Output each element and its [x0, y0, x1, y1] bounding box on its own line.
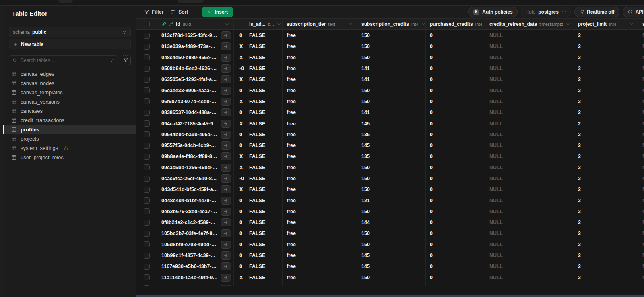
cell-su[interactable]: NU: [638, 129, 644, 140]
sidebar-item-profiles[interactable]: profiles: [4, 125, 136, 134]
cell-credits_refresh_date[interactable]: NULL: [485, 63, 574, 74]
cell-clipped[interactable]: X: [234, 118, 245, 129]
cell-is_admin[interactable]: FALSE: [245, 151, 283, 162]
cell-id[interactable]: 09557f5a-0dcb-4cb9-a6fb-fff366...: [157, 140, 234, 151]
row-checkbox[interactable]: [144, 110, 150, 116]
cell-id[interactable]: 013cf78d-1625-43fc-9961-442189...: [157, 30, 234, 41]
row-checkbox[interactable]: [144, 241, 150, 247]
column-header-purchased_credits[interactable]: purchased_creditsint4: [426, 19, 485, 29]
cell-id[interactable]: 0508b94b-5ee2-4626-bca1-4bca...: [157, 63, 234, 74]
cell-id[interactable]: 105bc3b7-03fe-4e7f-9efa-21bb40...: [157, 228, 234, 239]
cell-subscription_tier[interactable]: free: [283, 250, 357, 261]
cell-subscription_tier[interactable]: free: [283, 261, 357, 272]
cell-id[interactable]: 11a114cb-1a4c-49f4-9b28-52219ec...: [157, 272, 234, 283]
cell-clipped[interactable]: 0: [234, 217, 245, 228]
cell-subscription_credits[interactable]: 135: [357, 151, 426, 162]
cell-subscription_credits[interactable]: 145: [357, 140, 426, 151]
cell-credits_refresh_date[interactable]: NULL: [485, 272, 574, 283]
cell-purchased_credits[interactable]: 0: [426, 85, 485, 96]
cell-su[interactable]: NU: [638, 52, 644, 63]
cell-credits_refresh_date[interactable]: NULL: [485, 261, 574, 272]
cell-su[interactable]: NU: [638, 74, 644, 85]
cell-is_admin[interactable]: FALSE: [245, 63, 283, 74]
cell-project_limit[interactable]: 2: [574, 30, 638, 41]
cell-id[interactable]: 013e039a-fd89-473a-a3c6-ccfa9...: [157, 41, 234, 52]
cell-credits_refresh_date[interactable]: NULL: [485, 107, 574, 118]
cell-is_admin[interactable]: FALSE: [245, 41, 283, 52]
cell-subscription_tier[interactable]: free: [283, 162, 357, 173]
row-checkbox[interactable]: [144, 264, 150, 270]
cell-id[interactable]: 06eaee33-8905-4aaa-b121-ab552...: [157, 85, 234, 96]
cell-subscription_credits[interactable]: 150: [357, 52, 426, 63]
insert-button[interactable]: Insert: [202, 7, 233, 17]
column-header-credits_refresh_date[interactable]: credits_refresh_datetimestamptz: [485, 19, 574, 29]
cell-id[interactable]: 08386537-10d4-488a-a11e-eb5a6...: [157, 107, 234, 118]
cell-clipped[interactable]: 0: [234, 228, 245, 239]
cell-clipped[interactable]: 0: [234, 261, 245, 272]
cell-id[interactable]: [157, 283, 234, 286]
auth-policies-button[interactable]: 5 Auth policies: [468, 7, 517, 17]
row-expand-button[interactable]: [221, 64, 231, 73]
row-checkbox[interactable]: [144, 197, 150, 204]
sort-button[interactable]: Sort: [167, 7, 192, 17]
cell-id[interactable]: 09b8ae4e-f48c-4f89-8a8c-1629b...: [157, 151, 234, 162]
sidebar-item-canvas_templates[interactable]: canvas_templates: [4, 88, 136, 97]
cell-su[interactable]: NU: [638, 228, 644, 239]
cell-clipped[interactable]: X: [234, 162, 245, 173]
cell-clipped[interactable]: 0: [234, 85, 245, 96]
cell-purchased_credits[interactable]: 0: [426, 129, 485, 140]
row-checkbox[interactable]: [144, 187, 150, 193]
cell-su[interactable]: NU: [638, 239, 644, 250]
cell-credits_refresh_date[interactable]: NULL: [485, 239, 574, 250]
cell-project_limit[interactable]: 2: [574, 184, 638, 195]
table-row[interactable]: 0cac6fca-26cf-4510-84ba-c4580...-0FALSEf…: [136, 173, 644, 184]
cell-purchased_credits[interactable]: 0: [426, 96, 485, 107]
sidebar-item-canvas_nodes[interactable]: canvas_nodes: [4, 79, 136, 88]
row-expand-button[interactable]: [221, 120, 231, 128]
cell-su[interactable]: NU: [638, 261, 644, 272]
column-header-project_limit[interactable]: project_limitint4: [574, 19, 638, 29]
cell-is_admin[interactable]: FALSE: [245, 96, 283, 107]
table-row[interactable]: 1167e930-e5b0-43b7-b74c-788c9...0FALSEfr…: [136, 261, 644, 272]
cell-is_admin[interactable]: FALSE: [245, 195, 283, 206]
cell-subscription_tier[interactable]: free: [283, 217, 357, 228]
select-all-checkbox[interactable]: [144, 21, 150, 27]
table-row[interactable]: 013cf78d-1625-43fc-9961-442189...0FALSEf…: [136, 30, 644, 41]
api-docs-button[interactable]: API Do: [623, 7, 644, 17]
cell-su[interactable]: NU: [638, 162, 644, 173]
cell-credits_refresh_date[interactable]: NULL: [485, 250, 574, 261]
sidebar-item-credit_transactions[interactable]: credit_transactions: [4, 116, 136, 125]
cell-project_limit[interactable]: 2: [574, 217, 638, 228]
cell-subscription_tier[interactable]: free: [283, 30, 357, 41]
cell-subscription_credits[interactable]: 145: [357, 261, 426, 272]
row-checkbox[interactable]: [144, 154, 150, 160]
cell-is_admin[interactable]: FALSE: [245, 30, 283, 41]
table-row[interactable]: 10b99c1f-4857-4c39-a8b1-263b8...0FALSEfr…: [136, 250, 644, 261]
cell-credits_refresh_date[interactable]: NULL: [485, 129, 574, 140]
cell-project_limit[interactable]: 2: [574, 261, 638, 272]
cell-credits_refresh_date[interactable]: NULL: [485, 228, 574, 239]
row-expand-button[interactable]: [221, 185, 231, 193]
row-expand-button[interactable]: [221, 131, 231, 139]
cell-id[interactable]: 048c4e50-b989-455e-847e-fb2f...: [157, 52, 234, 63]
column-header-subscription_credits[interactable]: subscription_creditsint4: [357, 19, 426, 29]
cell-project_limit[interactable]: 2: [574, 195, 638, 206]
cell-subscription_credits[interactable]: 141: [357, 63, 426, 74]
column-header-is_admin[interactable]: is_ad...b...: [245, 19, 283, 29]
cell-subscription_tier[interactable]: free: [283, 195, 357, 206]
cell-subscription_tier[interactable]: free: [283, 239, 357, 250]
cell-is_admin[interactable]: FALSE: [245, 118, 283, 129]
cell-clipped[interactable]: 0: [234, 206, 245, 217]
table-row[interactable]: 105d8bf9-e703-49bd-807d-645e...0FALSEfre…: [136, 239, 644, 250]
cell-is_admin[interactable]: FALSE: [245, 272, 283, 283]
cell-is_admin[interactable]: FALSE: [245, 52, 283, 63]
cell-is_admin[interactable]: FALSE: [245, 261, 283, 272]
row-expand-button[interactable]: [221, 152, 231, 160]
row-checkbox[interactable]: [144, 208, 150, 214]
table-row[interactable]: 09557f5a-0dcb-4cb9-a6fb-fff366...0FALSEf…: [136, 140, 644, 151]
cell-subscription_credits[interactable]: 150: [357, 85, 426, 96]
cell-is_admin[interactable]: FALSE: [245, 184, 283, 195]
row-expand-button[interactable]: [221, 208, 231, 216]
cell-purchased_credits[interactable]: 0: [426, 63, 485, 74]
cell-subscription_credits[interactable]: 150: [357, 206, 426, 217]
